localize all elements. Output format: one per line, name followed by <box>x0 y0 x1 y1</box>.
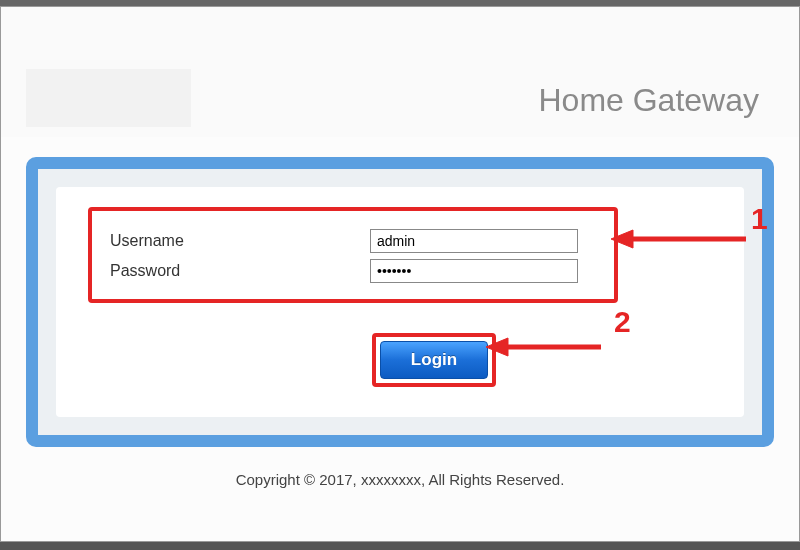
login-form: Username Password Login 1 <box>56 187 744 417</box>
login-highlight: Login <box>372 333 496 387</box>
header-placeholder <box>26 69 191 127</box>
annotation-step2: 2 <box>614 305 631 339</box>
username-label: Username <box>110 232 370 250</box>
username-input[interactable] <box>370 229 578 253</box>
arrow-step1 <box>611 227 751 255</box>
username-row: Username <box>110 229 596 253</box>
credentials-highlight: Username Password <box>88 207 618 303</box>
button-row: Login <box>86 333 714 387</box>
password-row: Password <box>110 259 596 283</box>
arrow-step2 <box>486 335 606 363</box>
password-label: Password <box>110 262 370 280</box>
footer-text: Copyright © 2017, xxxxxxxx, All Rights R… <box>1 471 799 488</box>
header: Home Gateway <box>1 7 799 137</box>
arrow-left-icon <box>611 227 751 251</box>
arrow-left-icon <box>486 335 606 359</box>
password-input[interactable] <box>370 259 578 283</box>
annotation-step1: 1 <box>751 202 768 236</box>
svg-marker-1 <box>611 230 633 248</box>
login-panel: Username Password Login 1 <box>26 157 774 447</box>
page-container: HanoiMobile Home Gateway Username Passwo… <box>0 6 800 542</box>
login-button[interactable]: Login <box>380 341 488 379</box>
page-title: Home Gateway <box>538 82 759 119</box>
svg-marker-3 <box>486 338 508 356</box>
